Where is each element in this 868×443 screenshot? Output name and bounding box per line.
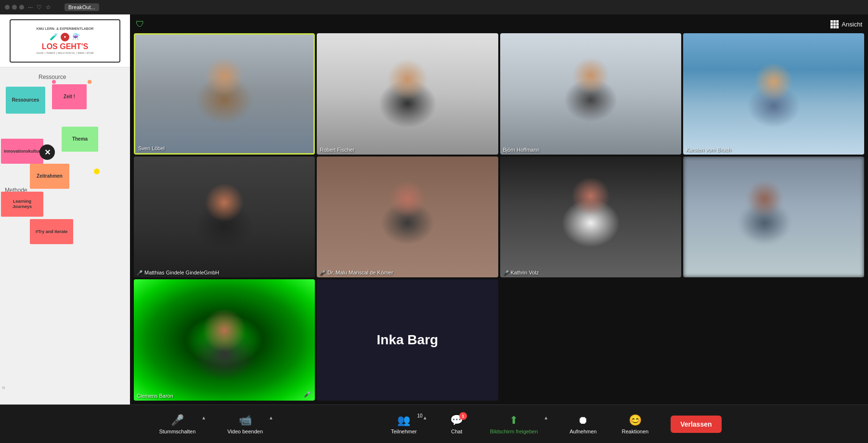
shield-icon: 🛡	[136, 19, 144, 29]
video-grid: Sven Löbel Robert Fischer Björn Hoffmann…	[134, 33, 864, 401]
sticky-zeit[interactable]: Zeit !	[52, 84, 87, 109]
participant-name-clemens: Clemens Baron	[137, 393, 173, 399]
video-cell-empty	[500, 279, 865, 401]
video-label: Video beenden	[227, 429, 263, 434]
participants-chevron[interactable]: ▲	[423, 415, 428, 420]
browser-dots-icon: ···	[28, 4, 33, 11]
mute-group: 🎤 Stummschalten ▲	[146, 411, 215, 437]
browser-top-bar: ··· ♡ ☆ BreakOut...	[0, 0, 868, 14]
video-button[interactable]: 📹 Video beenden	[223, 411, 267, 437]
mute-button[interactable]: 🎤 Stummschalten	[155, 411, 199, 437]
share-label: Bildschirm freigeben	[490, 429, 538, 434]
browser-window-controls	[5, 5, 24, 10]
video-cell-clemens: Clemens Baron 🎤	[134, 279, 315, 401]
reactions-button[interactable]: 😊 Reaktionen	[618, 411, 652, 437]
sticky-thema[interactable]: Thema	[62, 127, 98, 152]
share-screen-icon: ⬆	[509, 414, 518, 427]
camera-icon: 📹	[239, 414, 252, 427]
sticky-ressources[interactable]: Ressources	[6, 87, 45, 114]
close-circle-button[interactable]: ✕	[39, 144, 55, 160]
participant-name-karsten: Karsten vom Bruch	[686, 147, 731, 153]
video-chevron[interactable]: ▲	[269, 415, 273, 420]
participants-label: Teilnehmer	[391, 429, 417, 434]
record-group: ⏺ Aufnehmen	[557, 411, 609, 437]
share-group: ⬆ Bildschirm freigeben ▲	[478, 411, 557, 437]
chat-badge: 1	[459, 412, 467, 420]
chat-label: Chat	[451, 429, 462, 434]
record-icon: ⏺	[578, 414, 588, 427]
video-cell-robert: Robert Fischer	[317, 33, 498, 155]
participant-name-malu: 🎤 Dr. Malu Mariscal de Körner	[320, 270, 393, 275]
browser-bookmark-icon: ♡	[37, 4, 42, 11]
sticky-learning[interactable]: Learning Journeys	[1, 192, 43, 217]
reactions-label: Reaktionen	[622, 429, 648, 434]
video-cell-karsten: Karsten vom Bruch	[683, 33, 864, 155]
inka-name-display: Inka Barg	[377, 332, 439, 348]
record-label: Aufnehmen	[570, 429, 596, 434]
video-section: 🛡 Ansicht Sven Löbel	[130, 14, 868, 404]
dot-1	[52, 80, 56, 84]
participant-name-sven: Sven Löbel	[138, 145, 165, 151]
participant-name-matthias: 🎤 Matthias Gindele GindeleGmbH	[137, 270, 219, 275]
video-cell-malu: 🎤 Dr. Malu Mariscal de Körner	[317, 156, 498, 278]
video-group: 📹 Video beenden ▲	[215, 411, 282, 437]
reactions-icon: 😊	[629, 414, 642, 427]
lab-partner-logos: GmZH|THWKÖ|MALU PASCAL|BIEM|NTUW	[36, 52, 93, 54]
mute-label: Stummschalten	[159, 429, 195, 434]
maximize-dot	[19, 5, 24, 10]
minimize-dot	[12, 5, 17, 10]
share-screen-button[interactable]: ⬆ Bildschirm freigeben	[486, 411, 542, 437]
chat-group: 💬 Chat 1	[436, 411, 478, 437]
video-cell-kathrin: 🎤 Kathrin Volz	[500, 156, 681, 278]
sticky-innovationskultur[interactable]: Innovationskultur	[1, 139, 43, 164]
bottom-label: n	[2, 385, 5, 390]
sticky-try[interactable]: #Try and Iterate	[30, 219, 73, 244]
participants-group: 👥 Teilnehmer 10 ▲	[378, 411, 436, 437]
sidebar-whiteboard: KMU LERN- & EXPERIMENTLABOR 🧪 ● ⚗️ LOS G…	[0, 14, 130, 404]
participant-name-kathrin: 🎤 Kathrin Volz	[503, 270, 539, 275]
video-cell-sven: Sven Löbel	[134, 33, 315, 155]
leave-button[interactable]: Verlassen	[671, 416, 721, 433]
lab-logo-container: KMU LERN- & EXPERIMENTLABOR 🧪 ● ⚗️ LOS G…	[0, 14, 130, 67]
breakout-button[interactable]: BreakOut...	[65, 3, 99, 11]
mute-chevron[interactable]: ▲	[201, 415, 206, 420]
reactions-group: 😊 Reaktionen	[609, 411, 661, 437]
grid-view-icon	[830, 20, 839, 28]
lab-subtitle: KMU LERN- & EXPERIMENTLABOR	[37, 27, 94, 31]
close-dot	[5, 5, 10, 10]
browser-star-icon: ☆	[46, 4, 51, 11]
lab-main-title: LOS GEHT'S	[42, 43, 88, 51]
whiteboard-area: Ressource Methode Ressources Zeit ! Them…	[0, 67, 130, 404]
sticky-zeitrahmen[interactable]: Zeitrahmen	[30, 164, 69, 189]
toolbar: 🎤 Stummschalten ▲ 📹 Video beenden ▲ 👥 Te…	[0, 404, 868, 443]
ansicht-button[interactable]: Ansicht	[830, 20, 862, 28]
share-chevron[interactable]: ▲	[544, 415, 548, 420]
lab-logo: KMU LERN- & EXPERIMENTLABOR 🧪 ● ⚗️ LOS G…	[10, 19, 120, 63]
dot-2	[88, 80, 91, 84]
participant-name-bjorn: Björn Hoffmann	[503, 147, 540, 153]
muted-icon-malu: 🎤	[320, 270, 325, 275]
microphone-icon: 🎤	[171, 414, 184, 427]
main-content: KMU LERN- & EXPERIMENTLABOR 🧪 ● ⚗️ LOS G…	[0, 14, 868, 404]
participants-count: 10	[417, 413, 423, 418]
participants-icon: 👥	[397, 414, 410, 427]
participant-name-robert: Robert Fischer	[320, 147, 354, 153]
participants-button[interactable]: 👥 Teilnehmer	[387, 411, 421, 437]
video-cell-matthias: 🎤 Matthias Gindele GindeleGmbH	[134, 156, 315, 278]
record-button[interactable]: ⏺ Aufnehmen	[566, 411, 600, 437]
video-cell-unknown	[683, 156, 864, 278]
ressource-label: Ressource	[39, 72, 66, 81]
video-header: 🛡 Ansicht	[134, 18, 864, 30]
muted-icon-clemens-br: 🎤	[304, 391, 311, 398]
video-cell-bjorn: Björn Hoffmann	[500, 33, 681, 155]
muted-icon-matthias: 🎤	[137, 270, 143, 275]
dot-yellow	[94, 169, 100, 174]
video-cell-inka: Inka Barg	[317, 279, 498, 401]
muted-icon-kathrin: 🎤	[503, 270, 509, 275]
